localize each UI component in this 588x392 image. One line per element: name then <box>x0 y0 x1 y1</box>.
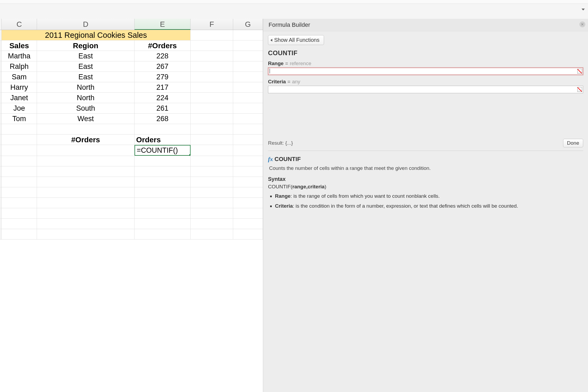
data-cell[interactable]: East <box>37 72 135 82</box>
cell[interactable] <box>191 82 233 92</box>
data-cell[interactable]: 279 <box>135 72 191 82</box>
cell[interactable] <box>191 219 233 229</box>
cell[interactable] <box>2 156 37 166</box>
cell[interactable] <box>2 208 37 218</box>
column-header[interactable]: F <box>191 19 233 30</box>
spreadsheet-grid[interactable]: CDEFG 2011 Regional Cookies Sales Sales … <box>0 19 263 392</box>
data-cell[interactable]: 267 <box>135 61 191 72</box>
cell[interactable] <box>233 124 263 134</box>
cell[interactable] <box>37 177 135 187</box>
cell[interactable] <box>37 166 135 177</box>
cell[interactable] <box>233 61 263 72</box>
cell[interactable] <box>135 198 191 208</box>
header-cell[interactable]: Sales Rep <box>2 40 37 51</box>
cell[interactable] <box>191 114 233 124</box>
cell[interactable] <box>37 145 135 156</box>
cell[interactable] <box>191 72 233 82</box>
cell[interactable] <box>191 177 233 187</box>
column-header[interactable]: D <box>37 19 135 30</box>
data-cell[interactable]: 228 <box>135 51 191 61</box>
cell[interactable] <box>191 124 233 134</box>
ribbon-expand-caret-icon[interactable] <box>582 9 585 10</box>
data-cell[interactable]: Tom <box>2 114 37 124</box>
range-selector-icon[interactable] <box>577 69 582 74</box>
cell[interactable] <box>2 166 37 177</box>
cell[interactable] <box>191 51 233 61</box>
cell[interactable] <box>191 229 233 239</box>
cell[interactable] <box>2 187 37 197</box>
cell[interactable] <box>233 145 263 156</box>
argument-input[interactable] <box>268 86 583 93</box>
cell[interactable] <box>135 229 191 239</box>
cell[interactable] <box>2 145 37 156</box>
cell[interactable] <box>191 187 233 197</box>
cell[interactable] <box>191 145 233 156</box>
cell[interactable] <box>191 208 233 218</box>
argument-input[interactable] <box>268 68 583 75</box>
cell[interactable] <box>37 187 135 197</box>
cell[interactable] <box>37 229 135 239</box>
summary-label-cell[interactable]: #Orders <box>37 135 135 145</box>
cell[interactable] <box>37 198 135 208</box>
data-cell[interactable]: East <box>37 61 135 72</box>
cell[interactable] <box>191 93 233 103</box>
cell[interactable] <box>37 208 135 218</box>
cell[interactable] <box>233 198 263 208</box>
cell[interactable] <box>191 103 233 113</box>
data-cell[interactable]: 217 <box>135 82 191 92</box>
data-cell[interactable]: Sam <box>2 72 37 82</box>
close-panel-icon[interactable]: ✕ <box>579 21 585 27</box>
cell[interactable] <box>233 82 263 92</box>
cell[interactable] <box>191 61 233 72</box>
header-cell[interactable]: Region <box>37 40 135 51</box>
cell[interactable] <box>2 219 37 229</box>
data-cell[interactable]: North <box>37 82 135 92</box>
active-edit-cell[interactable]: =COUNTIF() <box>135 145 191 156</box>
cell[interactable] <box>233 40 263 51</box>
cell[interactable] <box>191 156 233 166</box>
data-cell[interactable]: Ralph <box>2 61 37 72</box>
cell[interactable] <box>233 51 263 61</box>
summary-label-cell[interactable]: Orders Counted <box>135 135 191 145</box>
cell[interactable] <box>233 208 263 218</box>
data-cell[interactable]: 224 <box>135 93 191 103</box>
header-cell[interactable]: #Orders <box>135 40 191 51</box>
cell[interactable] <box>37 156 135 166</box>
cell[interactable] <box>233 187 263 197</box>
cell[interactable] <box>135 219 191 229</box>
title-band-cell[interactable]: 2011 Regional Cookies Sales <box>2 30 191 40</box>
data-cell[interactable]: 261 <box>135 103 191 113</box>
column-header[interactable]: G <box>233 19 263 30</box>
cell[interactable] <box>135 187 191 197</box>
data-cell[interactable]: South <box>37 103 135 113</box>
cell[interactable] <box>37 219 135 229</box>
show-all-functions-button[interactable]: Show All Functions <box>268 35 324 45</box>
cell[interactable] <box>233 156 263 166</box>
cell[interactable] <box>191 198 233 208</box>
cell[interactable] <box>233 166 263 177</box>
cell[interactable] <box>233 135 263 145</box>
cell[interactable] <box>2 135 37 145</box>
cell[interactable] <box>2 177 37 187</box>
cell[interactable] <box>191 166 233 177</box>
data-cell[interactable]: Harry <box>2 82 37 92</box>
cell[interactable] <box>191 135 233 145</box>
range-selector-icon[interactable] <box>577 87 582 92</box>
cell[interactable] <box>2 229 37 239</box>
cell[interactable] <box>233 72 263 82</box>
cell[interactable] <box>191 30 233 40</box>
cell[interactable] <box>233 229 263 239</box>
cell[interactable] <box>233 219 263 229</box>
cell[interactable] <box>191 40 233 51</box>
data-cell[interactable]: West <box>37 114 135 124</box>
data-cell[interactable]: Martha <box>2 51 37 61</box>
cell[interactable] <box>135 177 191 187</box>
cell[interactable] <box>233 114 263 124</box>
data-cell[interactable]: Janet <box>2 93 37 103</box>
cell[interactable] <box>2 198 37 208</box>
column-header[interactable]: E <box>135 19 191 30</box>
cell[interactable] <box>233 103 263 113</box>
data-cell[interactable]: North <box>37 93 135 103</box>
data-cell[interactable]: East <box>37 51 135 61</box>
cell[interactable] <box>135 124 191 134</box>
